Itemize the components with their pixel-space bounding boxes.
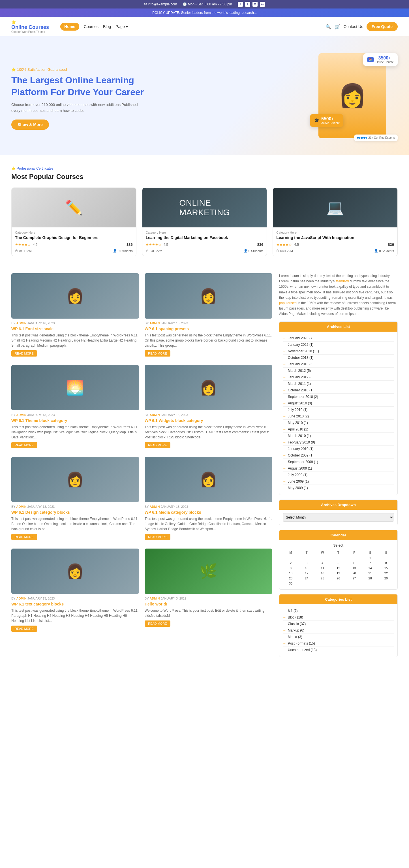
- category-list-item[interactable]: Uncategorized (13): [283, 647, 394, 653]
- calendar-cell[interactable]: 9: [283, 565, 298, 571]
- calendar-cell[interactable]: 12: [330, 565, 346, 571]
- blog-title[interactable]: WP 6.1 spacing presets: [145, 327, 272, 331]
- category-list-item[interactable]: Media (3): [283, 634, 394, 640]
- archive-list-item[interactable]: March 2011 (1): [283, 381, 394, 387]
- nav-page[interactable]: Page ▾: [116, 24, 128, 29]
- lorem-link1[interactable]: standard: [336, 279, 349, 283]
- contact-link[interactable]: Contact Us: [344, 24, 363, 29]
- stat-courses-label: Online Course: [376, 61, 394, 64]
- calendar-cell[interactable]: 4: [314, 560, 330, 565]
- archive-list-item[interactable]: May 2009 (1): [283, 485, 394, 491]
- read-more-button[interactable]: READ MORE: [145, 442, 170, 448]
- calendar-cell[interactable]: 2: [283, 560, 298, 565]
- archive-list-item[interactable]: January 2022 (1): [283, 342, 394, 348]
- calendar-cell[interactable]: 28: [362, 576, 378, 581]
- calendar-cell[interactable]: 17: [298, 571, 314, 576]
- nav-courses[interactable]: Courses: [84, 24, 98, 29]
- category-list-item[interactable]: Block (18): [283, 614, 394, 621]
- calendar-cell: [378, 581, 394, 586]
- twitter-icon[interactable]: X: [252, 2, 258, 7]
- archive-list-item[interactable]: June 2009 (1): [283, 478, 394, 485]
- archive-list-item[interactable]: January 2023 (7): [283, 335, 394, 342]
- category-list-item[interactable]: Markup (6): [283, 627, 394, 634]
- blog-title[interactable]: Hello world!: [145, 602, 272, 606]
- calendar-cell[interactable]: 21: [362, 571, 378, 576]
- calendar-cell: [298, 555, 314, 560]
- archive-list-item[interactable]: March 2012 (5): [283, 368, 394, 374]
- archive-list-item[interactable]: October 2010 (1): [283, 387, 394, 394]
- archive-list-item[interactable]: August 2009 (1): [283, 465, 394, 472]
- archive-list-item[interactable]: January 2013 (5): [283, 361, 394, 368]
- calendar-cell[interactable]: 30: [283, 581, 298, 586]
- archive-list-item[interactable]: May 2010 (1): [283, 420, 394, 426]
- calendar-cell[interactable]: 8: [378, 560, 394, 565]
- calendar-cell[interactable]: 16: [283, 571, 298, 576]
- calendar-cell[interactable]: 14: [362, 565, 378, 571]
- nav-home[interactable]: Home: [60, 23, 79, 31]
- calendar-cell[interactable]: 29: [378, 576, 394, 581]
- archive-list-item[interactable]: September 2009 (1): [283, 459, 394, 465]
- calendar-cell[interactable]: 22: [378, 571, 394, 576]
- archive-list-item[interactable]: April 2010 (1): [283, 426, 394, 433]
- archive-list-item[interactable]: June 2010 (2): [283, 413, 394, 420]
- calendar-cell[interactable]: 20: [346, 571, 362, 576]
- calendar-cell[interactable]: 27: [346, 576, 362, 581]
- calendar-cell[interactable]: 7: [362, 560, 378, 565]
- calendar-cell[interactable]: 6: [346, 560, 362, 565]
- calendar-cell[interactable]: 10: [298, 565, 314, 571]
- blog-title[interactable]: WP 6.1 Theme block category: [11, 418, 139, 423]
- calendar-cell[interactable]: 15: [378, 565, 394, 571]
- instagram-icon[interactable]: I: [245, 2, 250, 7]
- calendar-cell[interactable]: 11: [314, 565, 330, 571]
- linkedin-icon[interactable]: in: [260, 2, 265, 7]
- blog-title[interactable]: WP 6.1 Font size scale: [11, 327, 139, 331]
- archive-list-item[interactable]: October 2009 (1): [283, 452, 394, 459]
- blog-title[interactable]: WP 6.1 Widgets block category: [145, 418, 272, 423]
- category-list-item[interactable]: Post Formats (15): [283, 640, 394, 647]
- blog-image: 👩: [11, 273, 139, 319]
- category-list-item[interactable]: Classic (37): [283, 621, 394, 627]
- calendar-cell[interactable]: 23: [283, 576, 298, 581]
- search-icon[interactable]: 🔍: [325, 24, 331, 29]
- cart-icon[interactable]: 🛒: [335, 24, 340, 29]
- course-title: The Complete Graphic Design for Beginner…: [15, 235, 133, 240]
- archive-list-item[interactable]: March 2010 (1): [283, 433, 394, 439]
- nav-blog[interactable]: Blog: [103, 24, 111, 29]
- free-quote-button[interactable]: Free Quote: [367, 22, 398, 31]
- calendar-cell[interactable]: 19: [330, 571, 346, 576]
- calendar-cell[interactable]: 5: [330, 560, 346, 565]
- archive-list-item[interactable]: November 2018 (11): [283, 348, 394, 354]
- show-more-button[interactable]: Show & More: [11, 120, 49, 130]
- category-list-item[interactable]: 6.1 (7): [283, 608, 394, 614]
- read-more-button[interactable]: READ MORE: [11, 626, 37, 632]
- archive-list-item[interactable]: January 2010 (1): [283, 446, 394, 452]
- read-more-button[interactable]: READ MORE: [145, 620, 170, 627]
- facebook-icon[interactable]: f: [238, 2, 243, 7]
- calendar-cell[interactable]: 13: [346, 565, 362, 571]
- blog-title[interactable]: WP 6.1 Design category blocks: [11, 510, 139, 515]
- read-more-button[interactable]: READ MORE: [11, 442, 37, 448]
- archive-list-item[interactable]: August 2010 (3): [283, 400, 394, 407]
- archive-list-item[interactable]: January 2012 (6): [283, 374, 394, 381]
- calendar-cell[interactable]: 3: [298, 560, 314, 565]
- blog-title[interactable]: WP 6.1 text category blocks: [11, 602, 139, 606]
- lorem-link2[interactable]: popularised: [279, 301, 296, 305]
- read-more-button[interactable]: READ MORE: [11, 534, 37, 540]
- archive-list-item[interactable]: July 2009 (1): [283, 472, 394, 478]
- read-more-button[interactable]: READ MORE: [11, 350, 37, 356]
- stat-students-num: 5500+: [321, 116, 339, 122]
- archive-list-item[interactable]: September 2010 (2): [283, 394, 394, 400]
- calendar-cell[interactable]: 24: [298, 576, 314, 581]
- course-body: Category Here Learning the Digital Marke…: [143, 227, 267, 256]
- archive-select[interactable]: Select MonthJanuary 2023January 2022Nove…: [283, 513, 394, 522]
- archive-list-item[interactable]: February 2010 (9): [283, 439, 394, 446]
- read-more-button[interactable]: READ MORE: [145, 350, 170, 356]
- calendar-cell[interactable]: 25: [314, 576, 330, 581]
- calendar-cell[interactable]: 18: [314, 571, 330, 576]
- calendar-cell[interactable]: 26: [330, 576, 346, 581]
- calendar-cell[interactable]: 1: [362, 555, 378, 560]
- blog-title[interactable]: WP 6.1 Media category blocks: [145, 510, 272, 515]
- archive-list-item[interactable]: July 2010 (1): [283, 407, 394, 413]
- read-more-button[interactable]: READ MORE: [145, 534, 170, 540]
- archive-list-item[interactable]: October 2018 (1): [283, 354, 394, 361]
